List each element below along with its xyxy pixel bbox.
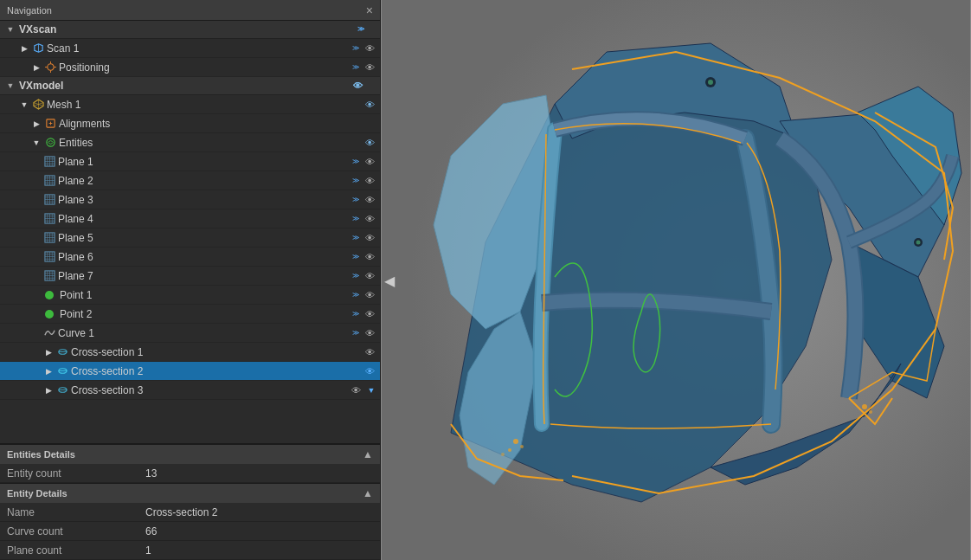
plane3-label: Plane 3 — [58, 194, 93, 206]
curve1-eye-icon[interactable]: 👁 — [363, 328, 376, 338]
vxmodel-label: VXmodel — [19, 80, 63, 92]
plane3-chevron: ≫ — [352, 196, 359, 203]
alignments-item[interactable]: ▶ Alignments — [0, 114, 380, 133]
point1-label: Point 1 — [60, 289, 92, 301]
alignments-expand-icon: ▶ — [31, 119, 42, 128]
plane6-eye-icon[interactable]: 👁 — [363, 252, 376, 262]
curve1-label: Curve 1 — [58, 327, 94, 339]
crosssection2-item[interactable]: ▶ Cross-section 2 👁 — [0, 362, 380, 381]
positioning-eye-icon[interactable]: 👁 — [363, 62, 376, 73]
plane7-icon — [43, 270, 55, 282]
entities-item[interactable]: ▼ Entities 👁 — [0, 133, 380, 152]
entity-count-label: Entity count — [7, 467, 93, 480]
entities-details-header: Entities Details ▲ — [0, 445, 380, 464]
plane6-label: Plane 6 — [58, 251, 93, 263]
scan1-expand-icon: ▶ — [19, 44, 29, 53]
vxmodel-expand-icon: ▼ — [5, 81, 16, 90]
entity-details-collapse-icon[interactable]: ▲ — [363, 487, 373, 499]
bottom-panels: Entities Details ▲ Entity count 13 Entit… — [0, 443, 380, 560]
cs1-expand-icon: ▶ — [43, 348, 54, 357]
entities-eye-icon[interactable]: 👁 — [363, 138, 376, 148]
positioning-item[interactable]: ▶ Positioning ≫ 👁 — [0, 58, 380, 77]
name-row: Name Cross-section 2 — [0, 503, 380, 522]
plane3-eye-icon[interactable]: 👁 — [363, 195, 376, 205]
plane6-icon — [43, 251, 55, 263]
entity-details-header: Entity Details ▲ — [0, 484, 380, 503]
vxscan-section[interactable]: ▼ VXscan ≫ — [0, 21, 380, 39]
name-label: Name — [7, 506, 93, 518]
plane3-icon — [43, 194, 55, 206]
plane2-eye-icon[interactable]: 👁 — [363, 176, 376, 186]
scan1-item[interactable]: ▶ Scan 1 ≫ 👁 — [0, 39, 380, 58]
plane4-icon — [43, 213, 55, 225]
crosssection1-item[interactable]: ▶ Cross-section 1 👁 — [0, 343, 380, 362]
svg-point-79 — [869, 410, 872, 414]
curve1-item[interactable]: Curve 1 ≫ 👁 — [0, 324, 380, 343]
plane7-item[interactable]: Plane 7 ≫ 👁 — [0, 267, 380, 286]
plane1-eye-icon[interactable]: 👁 — [363, 157, 376, 167]
point1-icon — [45, 291, 54, 299]
point2-eye-icon[interactable]: 👁 — [363, 309, 376, 319]
plane5-icon — [43, 232, 55, 244]
point1-chevron: ≫ — [352, 292, 359, 299]
vxscan-expand-icon: ▼ — [5, 25, 16, 34]
scan1-label: Scan 1 — [47, 42, 79, 55]
point1-eye-icon[interactable]: 👁 — [363, 290, 376, 300]
scan1-eye-icon[interactable]: 👁 — [363, 43, 376, 54]
entity-count-row: Entity count 13 — [0, 464, 380, 483]
left-panel: Navigation × ▼ VXscan ≫ ▶ — [0, 0, 381, 560]
plane5-eye-icon[interactable]: 👁 — [363, 233, 376, 243]
nav-panel-header: Navigation × — [0, 0, 380, 21]
plane1-item[interactable]: Plane 1 ≫ 👁 — [0, 152, 380, 171]
mesh1-label: Mesh 1 — [47, 99, 80, 111]
curve1-chevron: ≫ — [352, 330, 359, 337]
curve-count-row: Curve count 66 — [0, 522, 380, 541]
mesh1-item[interactable]: ▼ Mesh 1 👁 — [0, 95, 380, 114]
entities-icon — [44, 137, 56, 149]
plane2-item[interactable]: Plane 2 ≫ 👁 — [0, 171, 380, 190]
plane-count-value: 1 — [145, 544, 151, 557]
svg-point-1 — [47, 64, 53, 70]
vxmodel-eye-icon[interactable]: 👁 — [350, 80, 364, 91]
vxmodel-section[interactable]: ▼ VXmodel 👁 — [0, 77, 380, 95]
plane7-eye-icon[interactable]: 👁 — [363, 271, 376, 281]
plane6-item[interactable]: Plane 6 ≫ 👁 — [0, 248, 380, 267]
point2-chevron: ≫ — [352, 311, 359, 318]
nav-close-btn[interactable]: × — [366, 4, 373, 16]
plane3-item[interactable]: Plane 3 ≫ 👁 — [0, 190, 380, 209]
plane2-chevron: ≫ — [352, 177, 359, 184]
plane7-chevron: ≫ — [352, 273, 359, 280]
plane1-icon — [43, 156, 55, 168]
svg-point-71 — [708, 80, 713, 85]
cs1-eye-icon[interactable]: 👁 — [363, 347, 376, 357]
cs1-icon — [56, 346, 68, 358]
point1-item[interactable]: Point 1 ≫ 👁 — [0, 286, 380, 305]
mesh1-expand-icon: ▼ — [19, 100, 29, 109]
cs3-expand-icon: ▶ — [43, 386, 54, 395]
curve-count-label: Curve count — [7, 525, 93, 537]
plane1-chevron: ≫ — [352, 158, 359, 165]
viewport[interactable]: ◀ — [381, 0, 971, 560]
mesh1-eye-icon[interactable]: 👁 — [363, 100, 376, 110]
plane-count-label: Plane count — [7, 544, 93, 557]
panel-collapse-arrow[interactable]: ◀ — [384, 272, 395, 288]
entities-details-collapse-icon[interactable]: ▲ — [363, 448, 373, 460]
plane4-eye-icon[interactable]: 👁 — [363, 214, 376, 224]
crosssection3-item[interactable]: ▶ Cross-section 3 👁 ▼ — [0, 381, 380, 400]
plane5-item[interactable]: Plane 5 ≫ 👁 — [0, 229, 380, 248]
plane6-chevron: ≫ — [352, 254, 359, 261]
positioning-chevron: ≫ — [352, 64, 359, 71]
point2-item[interactable]: Point 2 ≫ 👁 — [0, 305, 380, 324]
cs3-down-chevron: ▼ — [366, 386, 376, 395]
plane2-label: Plane 2 — [58, 175, 93, 187]
cs3-eye-icon[interactable]: 👁 — [349, 385, 363, 396]
point2-icon — [45, 310, 54, 319]
scan1-chevron: ≫ — [352, 45, 359, 52]
plane4-label: Plane 4 — [58, 213, 93, 225]
curve-count-value: 66 — [145, 525, 157, 537]
svg-point-76 — [520, 445, 524, 448]
entity-details-section: Entity Details ▲ Name Cross-section 2 Cu… — [0, 483, 380, 560]
plane4-item[interactable]: Plane 4 ≫ 👁 — [0, 209, 380, 229]
plane2-icon — [43, 175, 55, 187]
cs2-eye-icon[interactable]: 👁 — [363, 366, 376, 377]
